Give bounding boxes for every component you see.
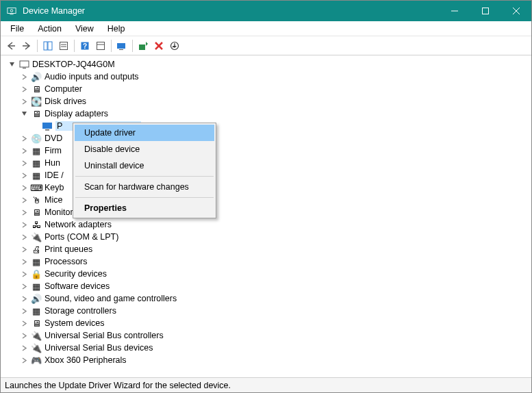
ctx-properties[interactable]: Properties	[75, 200, 214, 216]
root-node-label[interactable]: DESKTOP-JQ44G0M	[32, 60, 115, 69]
menu-action[interactable]: Action	[31, 23, 68, 35]
help-button[interactable]: ?	[77, 38, 92, 53]
back-button[interactable]	[3, 38, 18, 53]
tree-category[interactable]: 🔌Universal Serial Bus devices	[8, 342, 531, 354]
expander-closed-icon[interactable]	[20, 73, 28, 81]
show-hide-console-button[interactable]	[40, 38, 55, 53]
category-icon: ▦	[31, 145, 42, 156]
expander-closed-icon[interactable]	[20, 134, 28, 142]
expander-closed-icon[interactable]	[20, 270, 28, 278]
expander-closed-icon[interactable]	[20, 331, 28, 340]
app-icon	[6, 5, 17, 16]
svg-rect-24	[20, 61, 29, 67]
ctx-uninstall-device[interactable]: Uninstall device	[75, 157, 214, 174]
tree-category[interactable]: 🔊Audio inputs and outputs	[8, 71, 531, 83]
category-label[interactable]: Universal Serial Bus devices	[45, 343, 153, 353]
category-label[interactable]: Security devices	[45, 269, 107, 279]
ctx-disable-device[interactable]: Disable device	[75, 141, 214, 157]
category-label[interactable]: Disk drives	[45, 97, 86, 106]
expander-closed-icon[interactable]	[20, 171, 28, 179]
menu-file[interactable]: File	[3, 23, 31, 35]
tree-category[interactable]: ▦Processors	[8, 255, 531, 268]
expander-closed-icon[interactable]	[20, 97, 28, 105]
expander-closed-icon[interactable]	[20, 196, 28, 204]
expander-closed-icon[interactable]	[20, 233, 28, 241]
tree-category[interactable]: 🔊Sound, video and game controllers	[8, 292, 531, 305]
update-button[interactable]	[167, 38, 182, 53]
category-label[interactable]: Universal Serial Bus controllers	[45, 331, 164, 340]
ctx-scan-hardware[interactable]: Scan for hardware changes	[75, 179, 214, 195]
tree-category[interactable]: 💽Disk drives	[8, 95, 531, 107]
category-icon: 🔌	[31, 231, 42, 242]
svg-rect-25	[23, 68, 26, 68]
ctx-update-driver[interactable]: Update driver	[75, 125, 214, 141]
category-label[interactable]: Computer	[45, 84, 82, 94]
computer-icon	[18, 59, 29, 70]
maximize-button[interactable]	[470, 1, 501, 21]
device-tree[interactable]: DESKTOP-JQ44G0M 🔊Audio inputs and output…	[1, 55, 531, 377]
tree-category[interactable]: 🖨Print queues	[8, 243, 531, 255]
expander-closed-icon[interactable]	[20, 257, 28, 266]
category-label[interactable]: Storage controllers	[45, 306, 116, 316]
category-label[interactable]: Mice	[45, 195, 62, 205]
properties-button[interactable]	[56, 38, 71, 53]
category-label[interactable]: Keyb	[45, 183, 64, 192]
category-label[interactable]: Ports (COM & LPT)	[45, 232, 118, 242]
menu-help[interactable]: Help	[101, 23, 132, 35]
expander-closed-icon[interactable]	[20, 245, 28, 253]
tree-category[interactable]: 🎮Xbox 360 Peripherals	[8, 354, 531, 366]
tree-category[interactable]: 🔌Universal Serial Bus controllers	[8, 329, 531, 342]
category-label[interactable]: DVD	[45, 134, 62, 143]
expander-closed-icon[interactable]	[20, 307, 28, 315]
expander-closed-icon[interactable]	[20, 147, 28, 155]
menu-view[interactable]: View	[68, 23, 101, 35]
category-label[interactable]: Hun	[45, 158, 60, 168]
category-icon: 🖧	[31, 219, 42, 230]
expander-closed-icon[interactable]	[20, 294, 28, 303]
expander-closed-icon[interactable]	[20, 85, 28, 93]
category-label[interactable]: Processors	[45, 257, 88, 266]
category-label[interactable]: Software devices	[45, 281, 110, 291]
category-icon: ▦	[31, 305, 42, 316]
tree-category[interactable]: ▦Software devices	[8, 280, 531, 292]
expander-icon[interactable]	[8, 60, 16, 68]
expander-closed-icon[interactable]	[20, 282, 28, 290]
category-label[interactable]: Network adapters	[45, 220, 112, 229]
category-label[interactable]: Firm	[45, 146, 62, 155]
close-button[interactable]	[501, 1, 531, 21]
tree-category[interactable]: 🔌Ports (COM & LPT)	[8, 231, 531, 243]
category-label[interactable]: System devices	[45, 318, 105, 328]
tree-category[interactable]: 🖥System devices	[8, 317, 531, 329]
scan-button[interactable]	[114, 38, 129, 53]
minimize-button[interactable]	[439, 1, 470, 21]
expander-open-icon[interactable]	[20, 110, 28, 118]
action-button[interactable]	[93, 38, 108, 53]
category-label[interactable]: Print queues	[45, 244, 92, 254]
category-label[interactable]: Audio inputs and outputs	[45, 72, 139, 81]
tree-category[interactable]: 🖥Display adapters	[8, 107, 531, 120]
category-icon: 🔊	[31, 71, 42, 82]
title-bar: Device Manager	[1, 1, 531, 21]
expander-closed-icon[interactable]	[20, 183, 28, 192]
expander-closed-icon[interactable]	[20, 208, 28, 216]
uninstall-button[interactable]	[151, 38, 166, 53]
ctx-separator	[75, 176, 214, 177]
category-label[interactable]: Sound, video and game controllers	[45, 294, 177, 303]
category-label[interactable]: IDE /	[45, 170, 64, 180]
expander-closed-icon[interactable]	[20, 344, 28, 352]
svg-text:?: ?	[83, 42, 87, 50]
category-label[interactable]: Display adapters	[45, 109, 108, 118]
tree-category[interactable]: 🔒Security devices	[8, 268, 531, 280]
tree-category[interactable]: 🖥Computer	[8, 83, 531, 95]
expander-closed-icon[interactable]	[20, 220, 28, 229]
tree-category[interactable]: 🖧Network adapters	[8, 218, 531, 231]
expander-closed-icon[interactable]	[20, 356, 28, 364]
enable-button[interactable]	[136, 38, 151, 53]
expander-closed-icon[interactable]	[20, 319, 28, 327]
svg-rect-1	[10, 14, 13, 14]
category-label[interactable]: Xbox 360 Peripherals	[45, 355, 127, 365]
expander-closed-icon[interactable]	[20, 159, 28, 167]
category-icon: 🔌	[31, 342, 42, 353]
tree-category[interactable]: ▦Storage controllers	[8, 305, 531, 317]
forward-button[interactable]	[19, 38, 34, 53]
